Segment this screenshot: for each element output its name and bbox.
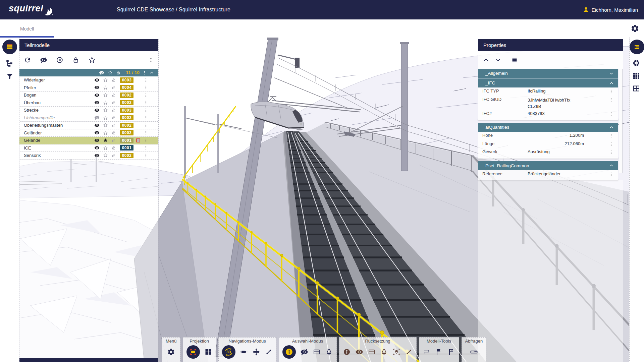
reset-zoom-icon[interactable] (405, 348, 413, 356)
compare-swap-icon[interactable] (423, 348, 431, 356)
visibility-off-icon[interactable] (94, 115, 100, 120)
visibility-icon[interactable] (94, 138, 100, 143)
perspective-active-button[interactable] (186, 345, 200, 359)
lock-icon[interactable] (111, 93, 116, 98)
hide-selected-icon[interactable] (300, 348, 308, 356)
list-item-bogen[interactable]: Bogen 0002 (19, 92, 158, 99)
visibility-icon[interactable] (94, 145, 100, 150)
lock-icon[interactable] (111, 130, 116, 135)
version-badge[interactable]: 0001 (120, 145, 133, 150)
list-item-ueberbau[interactable]: Überbau 0002 (19, 99, 158, 107)
section-allgemein[interactable]: _Allgemein (478, 69, 618, 78)
list-item-lichtraumprofile[interactable]: Lichtraumprofile 0002 (19, 114, 158, 122)
move-icon[interactable] (252, 348, 260, 356)
grid-icon[interactable] (632, 72, 640, 80)
row-menu-icon[interactable] (144, 130, 148, 135)
version-badge[interactable]: 0002 (120, 115, 133, 120)
row-menu-icon[interactable] (144, 100, 148, 105)
list-item-oberleitungsmasten[interactable]: Oberleitungsmasten 0002 (19, 122, 158, 129)
measure-ruler-icon[interactable] (470, 348, 478, 356)
zoom-extents-icon[interactable] (265, 348, 273, 356)
row-menu-icon[interactable] (144, 145, 148, 150)
list-item-widerlager[interactable]: Widerlager 0003 (19, 76, 158, 84)
reset-visibility-icon[interactable] (355, 348, 363, 356)
reset-color-icon[interactable] (380, 348, 388, 356)
flag-outline-icon[interactable] (447, 348, 455, 356)
property-menu-icon[interactable] (609, 142, 613, 146)
star-icon[interactable] (103, 130, 108, 135)
visibility-icon[interactable] (94, 100, 100, 105)
lock-all-icon[interactable] (72, 56, 79, 64)
menu-gear-icon[interactable] (167, 348, 175, 356)
colorize-droplet-icon[interactable] (325, 348, 333, 356)
property-menu-icon[interactable] (609, 133, 613, 138)
version-badge[interactable]: 0001 (120, 138, 133, 143)
lock-icon[interactable] (111, 138, 116, 143)
logo[interactable]: squirrel (9, 3, 55, 16)
list-item-gelaende-selected[interactable]: Gelände 0001 (19, 137, 158, 144)
list-item-ice[interactable]: ICE 0001 (19, 144, 158, 152)
flag-filled-icon[interactable] (435, 348, 443, 356)
version-badge[interactable]: 0002 (120, 130, 133, 135)
group-lock-icon[interactable] (116, 70, 121, 75)
info-select-active-button[interactable] (282, 345, 296, 359)
list-item-strecke[interactable]: Strecke 0003 (19, 107, 158, 114)
pan-camera-icon[interactable] (240, 348, 248, 356)
row-menu-icon[interactable] (144, 153, 148, 158)
panel-menu-icon[interactable] (148, 57, 154, 63)
star-icon[interactable] (103, 123, 108, 128)
section-aiquantities[interactable]: aiQuantities (478, 123, 618, 132)
property-menu-icon[interactable] (609, 150, 613, 155)
row-menu-icon[interactable] (144, 85, 148, 90)
version-badge[interactable]: 0002 (120, 93, 133, 98)
star-icon[interactable] (103, 153, 108, 158)
model-tree-icon[interactable] (5, 59, 14, 68)
star-icon[interactable] (103, 77, 108, 82)
row-menu-icon[interactable] (144, 123, 148, 128)
lock-icon[interactable] (111, 85, 116, 90)
row-menu-icon[interactable] (144, 78, 148, 82)
hide-all-icon[interactable] (40, 56, 47, 64)
lock-icon[interactable] (111, 153, 116, 158)
star-icon[interactable] (103, 115, 108, 120)
version-badge[interactable]: 0002 (120, 153, 133, 158)
lock-icon[interactable] (111, 100, 116, 105)
reset-view-cube-icon[interactable] (392, 348, 400, 356)
version-badge[interactable]: 0002 (120, 123, 133, 128)
clear-selection-icon[interactable] (56, 56, 63, 64)
version-badge[interactable]: 0003 (120, 108, 133, 113)
filter-icon[interactable] (6, 72, 14, 80)
property-menu-icon[interactable] (609, 98, 613, 102)
reset-info-icon[interactable] (343, 348, 351, 356)
list-item-pfeiler[interactable]: Pfeiler 0004 (19, 84, 158, 92)
collapse-chevron-icon[interactable] (149, 70, 154, 75)
list-item-gelaender[interactable]: Geländer 0002 (19, 129, 158, 137)
property-list-icon[interactable] (511, 56, 518, 64)
row-menu-icon[interactable] (144, 138, 148, 143)
refresh-icon[interactable] (24, 56, 31, 64)
row-menu-icon[interactable] (144, 108, 148, 113)
property-menu-icon[interactable] (609, 89, 613, 94)
shutter-icon[interactable] (632, 59, 640, 67)
user-menu[interactable]: Eichhorn, Maximilian (583, 0, 638, 19)
star-icon[interactable] (103, 93, 108, 98)
settings-gear-icon[interactable] (631, 24, 639, 33)
version-badge[interactable]: 0004 (120, 85, 133, 90)
lock-icon[interactable] (111, 123, 116, 128)
reset-card-icon[interactable] (368, 348, 376, 356)
properties-scrollbar[interactable] (619, 69, 623, 173)
visibility-icon[interactable] (94, 123, 100, 128)
lock-icon[interactable] (111, 108, 116, 113)
star-icon[interactable] (103, 145, 108, 150)
tab-modell[interactable]: Modell (20, 26, 34, 32)
section-ifc[interactable]: _IFC (478, 78, 618, 87)
version-badge[interactable]: 0002 (120, 100, 133, 105)
property-menu-icon[interactable] (609, 172, 613, 177)
version-badge[interactable]: 0003 (120, 77, 133, 83)
visibility-icon[interactable] (94, 93, 100, 98)
row-menu-icon[interactable] (144, 93, 148, 98)
window-grid-icon[interactable] (632, 84, 640, 93)
lock-icon[interactable] (111, 145, 116, 150)
list-item-sensorik[interactable]: Sensorik 0002 (19, 152, 158, 160)
star-icon[interactable] (103, 108, 108, 113)
